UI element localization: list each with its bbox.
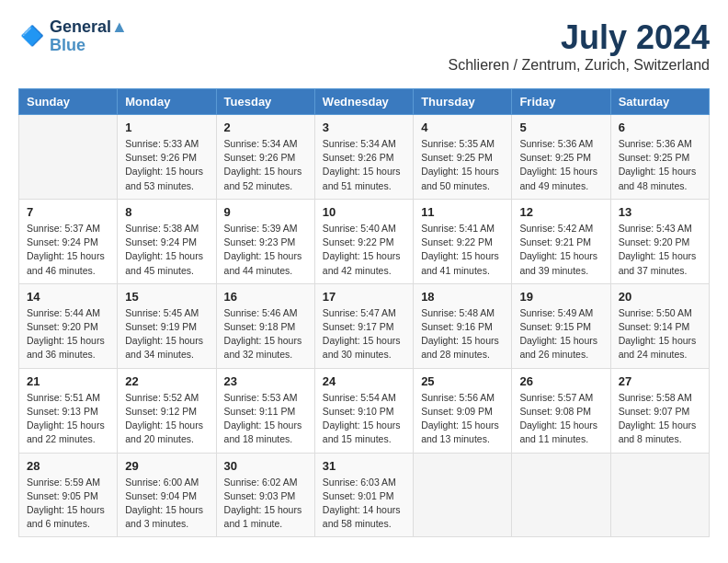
calendar-cell: 28Sunrise: 5:59 AM Sunset: 9:05 PM Dayli… [19, 453, 118, 537]
calendar-cell: 15Sunrise: 5:45 AM Sunset: 9:19 PM Dayli… [118, 283, 216, 368]
day-number: 18 [421, 290, 504, 304]
day-info: Sunrise: 5:47 AM Sunset: 9:17 PM Dayligh… [323, 306, 405, 362]
day-number: 31 [323, 459, 405, 473]
day-info: Sunrise: 5:49 AM Sunset: 9:15 PM Dayligh… [519, 306, 602, 362]
day-number: 16 [224, 290, 307, 304]
day-number: 8 [125, 205, 208, 219]
day-info: Sunrise: 5:53 AM Sunset: 9:11 PM Dayligh… [224, 391, 307, 447]
calendar-cell: 25Sunrise: 5:56 AM Sunset: 9:09 PM Dayli… [414, 368, 512, 453]
calendar-cell [19, 115, 118, 200]
day-number: 27 [619, 374, 701, 388]
day-info: Sunrise: 5:58 AM Sunset: 9:07 PM Dayligh… [619, 391, 701, 447]
day-number: 17 [323, 290, 405, 304]
day-number: 2 [224, 121, 307, 134]
calendar-week-row: 14Sunrise: 5:44 AM Sunset: 9:20 PM Dayli… [19, 283, 710, 368]
location-subtitle: Schlieren / Zentrum, Zurich, Switzerland [448, 57, 710, 74]
calendar-cell: 31Sunrise: 6:03 AM Sunset: 9:01 PM Dayli… [314, 453, 413, 537]
calendar-cell: 19Sunrise: 5:49 AM Sunset: 9:15 PM Dayli… [512, 283, 610, 368]
day-number: 29 [125, 459, 208, 473]
calendar-header-friday: Friday [512, 89, 610, 115]
calendar-cell: 20Sunrise: 5:50 AM Sunset: 9:14 PM Dayli… [610, 283, 709, 368]
day-info: Sunrise: 5:46 AM Sunset: 9:18 PM Dayligh… [224, 306, 307, 362]
calendar-header-thursday: Thursday [414, 89, 512, 115]
month-year-title: July 2024 [448, 18, 710, 57]
day-number: 11 [421, 205, 504, 219]
day-number: 6 [619, 121, 701, 134]
day-number: 26 [519, 374, 602, 388]
day-info: Sunrise: 6:03 AM Sunset: 9:01 PM Dayligh… [323, 476, 405, 532]
day-info: Sunrise: 6:02 AM Sunset: 9:03 PM Dayligh… [224, 476, 307, 532]
day-number: 30 [224, 459, 307, 473]
day-info: Sunrise: 5:36 AM Sunset: 9:25 PM Dayligh… [519, 137, 602, 193]
calendar-week-row: 28Sunrise: 5:59 AM Sunset: 9:05 PM Dayli… [19, 453, 710, 537]
day-info: Sunrise: 5:38 AM Sunset: 9:24 PM Dayligh… [125, 222, 208, 278]
day-info: Sunrise: 5:34 AM Sunset: 9:26 PM Dayligh… [323, 137, 405, 193]
day-info: Sunrise: 5:44 AM Sunset: 9:20 PM Dayligh… [27, 306, 109, 362]
calendar-header-wednesday: Wednesday [314, 89, 413, 115]
day-info: Sunrise: 5:40 AM Sunset: 9:22 PM Dayligh… [323, 222, 405, 278]
day-number: 22 [125, 374, 208, 388]
day-number: 13 [619, 205, 701, 219]
calendar-body: 1Sunrise: 5:33 AM Sunset: 9:26 PM Daylig… [19, 115, 710, 537]
day-number: 24 [323, 374, 405, 388]
day-info: Sunrise: 5:59 AM Sunset: 9:05 PM Dayligh… [27, 476, 109, 532]
day-number: 7 [27, 205, 109, 219]
day-number: 4 [421, 121, 504, 134]
svg-text:🔷: 🔷 [20, 24, 45, 48]
day-number: 3 [323, 121, 405, 134]
calendar-cell: 21Sunrise: 5:51 AM Sunset: 9:13 PM Dayli… [19, 368, 118, 453]
day-number: 9 [224, 205, 307, 219]
calendar-header-tuesday: Tuesday [216, 89, 314, 115]
day-number: 28 [27, 459, 109, 473]
calendar-cell: 10Sunrise: 5:40 AM Sunset: 9:22 PM Dayli… [314, 199, 413, 283]
day-info: Sunrise: 5:43 AM Sunset: 9:20 PM Dayligh… [619, 222, 701, 278]
calendar-cell: 27Sunrise: 5:58 AM Sunset: 9:07 PM Dayli… [610, 368, 709, 453]
calendar-cell: 22Sunrise: 5:52 AM Sunset: 9:12 PM Dayli… [118, 368, 216, 453]
day-info: Sunrise: 5:33 AM Sunset: 9:26 PM Dayligh… [125, 137, 208, 193]
page-header: 🔷 General▲ Blue July 2024 Schlieren / Ze… [18, 18, 710, 74]
day-info: Sunrise: 5:34 AM Sunset: 9:26 PM Dayligh… [224, 137, 307, 193]
calendar-cell: 13Sunrise: 5:43 AM Sunset: 9:20 PM Dayli… [610, 199, 709, 283]
calendar-cell: 14Sunrise: 5:44 AM Sunset: 9:20 PM Dayli… [19, 283, 118, 368]
day-number: 14 [27, 290, 109, 304]
day-info: Sunrise: 5:54 AM Sunset: 9:10 PM Dayligh… [323, 391, 405, 447]
day-info: Sunrise: 5:51 AM Sunset: 9:13 PM Dayligh… [27, 391, 109, 447]
calendar-cell: 8Sunrise: 5:38 AM Sunset: 9:24 PM Daylig… [118, 199, 216, 283]
calendar-week-row: 1Sunrise: 5:33 AM Sunset: 9:26 PM Daylig… [19, 115, 710, 200]
day-number: 15 [125, 290, 208, 304]
day-info: Sunrise: 5:36 AM Sunset: 9:25 PM Dayligh… [619, 137, 701, 193]
day-number: 10 [323, 205, 405, 219]
day-number: 12 [519, 205, 602, 219]
calendar-cell: 29Sunrise: 6:00 AM Sunset: 9:04 PM Dayli… [118, 453, 216, 537]
calendar-cell: 2Sunrise: 5:34 AM Sunset: 9:26 PM Daylig… [216, 115, 314, 200]
calendar-cell: 12Sunrise: 5:42 AM Sunset: 9:21 PM Dayli… [512, 199, 610, 283]
calendar-header-saturday: Saturday [610, 89, 709, 115]
day-info: Sunrise: 5:45 AM Sunset: 9:19 PM Dayligh… [125, 306, 208, 362]
calendar-header-row: SundayMondayTuesdayWednesdayThursdayFrid… [19, 89, 710, 115]
day-info: Sunrise: 5:41 AM Sunset: 9:22 PM Dayligh… [421, 222, 504, 278]
logo: 🔷 General▲ Blue [18, 18, 128, 55]
day-info: Sunrise: 5:50 AM Sunset: 9:14 PM Dayligh… [619, 306, 701, 362]
day-info: Sunrise: 5:52 AM Sunset: 9:12 PM Dayligh… [125, 391, 208, 447]
calendar-header-monday: Monday [118, 89, 216, 115]
day-info: Sunrise: 5:48 AM Sunset: 9:16 PM Dayligh… [421, 306, 504, 362]
calendar-cell: 6Sunrise: 5:36 AM Sunset: 9:25 PM Daylig… [610, 115, 709, 200]
calendar-cell: 5Sunrise: 5:36 AM Sunset: 9:25 PM Daylig… [512, 115, 610, 200]
calendar-cell [610, 453, 709, 537]
calendar-cell: 9Sunrise: 5:39 AM Sunset: 9:23 PM Daylig… [216, 199, 314, 283]
calendar-cell: 3Sunrise: 5:34 AM Sunset: 9:26 PM Daylig… [314, 115, 413, 200]
calendar-cell: 1Sunrise: 5:33 AM Sunset: 9:26 PM Daylig… [118, 115, 216, 200]
day-number: 1 [125, 121, 208, 134]
day-info: Sunrise: 5:42 AM Sunset: 9:21 PM Dayligh… [519, 222, 602, 278]
day-number: 20 [619, 290, 701, 304]
calendar-week-row: 21Sunrise: 5:51 AM Sunset: 9:13 PM Dayli… [19, 368, 710, 453]
day-info: Sunrise: 5:35 AM Sunset: 9:25 PM Dayligh… [421, 137, 504, 193]
calendar-header-sunday: Sunday [19, 89, 118, 115]
day-number: 23 [224, 374, 307, 388]
calendar-cell: 24Sunrise: 5:54 AM Sunset: 9:10 PM Dayli… [314, 368, 413, 453]
day-info: Sunrise: 5:56 AM Sunset: 9:09 PM Dayligh… [421, 391, 504, 447]
day-info: Sunrise: 5:57 AM Sunset: 9:08 PM Dayligh… [519, 391, 602, 447]
calendar-cell: 11Sunrise: 5:41 AM Sunset: 9:22 PM Dayli… [414, 199, 512, 283]
day-info: Sunrise: 5:39 AM Sunset: 9:23 PM Dayligh… [224, 222, 307, 278]
calendar-cell: 18Sunrise: 5:48 AM Sunset: 9:16 PM Dayli… [414, 283, 512, 368]
